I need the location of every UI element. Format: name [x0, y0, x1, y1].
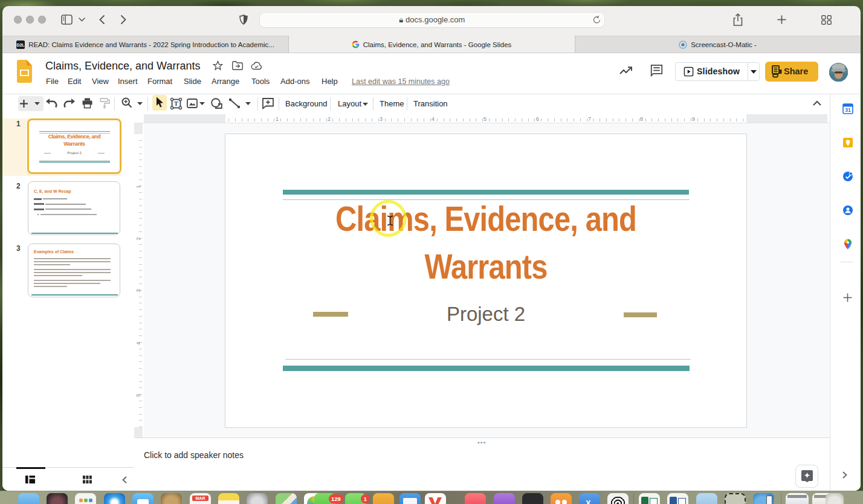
svg-text:T: T	[174, 100, 179, 107]
svg-text:D2L: D2L	[17, 43, 25, 47]
svg-text:31: 31	[845, 107, 851, 113]
